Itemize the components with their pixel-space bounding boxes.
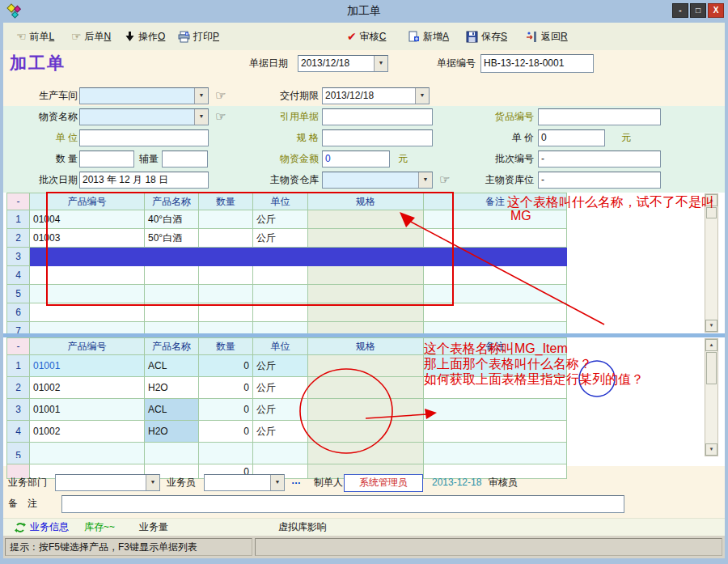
main-warehouse-combobox[interactable]: ▼	[322, 172, 433, 189]
table2-scrollbar[interactable]: ▲ ▼	[705, 338, 718, 456]
scroll-up-icon[interactable]: ▲	[705, 339, 717, 351]
material-name-combobox[interactable]: ▼	[79, 108, 209, 125]
print-button[interactable]: 打印P	[178, 28, 219, 45]
prev-doc-button[interactable]: ☜ 前单L	[16, 28, 54, 45]
cell-unit[interactable]: 公斤	[253, 229, 308, 248]
unit-price-input[interactable]: 0	[538, 129, 605, 146]
cell-spec[interactable]	[308, 355, 424, 377]
spec-input[interactable]	[322, 129, 433, 146]
cell-note[interactable]	[424, 399, 567, 421]
row-number[interactable]: 2	[7, 229, 30, 248]
cell-qty[interactable]	[199, 210, 253, 229]
material-lookup-finger-icon[interactable]: ☞	[215, 109, 226, 124]
scrollbar-thumb[interactable]	[706, 352, 717, 384]
cell-unit[interactable]: 公斤	[253, 210, 308, 229]
cell-product-name[interactable]: 50°白酒	[145, 229, 199, 248]
minimize-button[interactable]: -	[672, 3, 688, 18]
return-button[interactable]: 返回R	[526, 28, 568, 45]
new-button[interactable]: 新增A	[408, 28, 449, 45]
doc-no-input[interactable]: HB-13-12-18-0001	[480, 54, 594, 73]
cell-qty[interactable]: 0	[199, 377, 253, 399]
clerk-combobox[interactable]: ▼	[204, 474, 285, 491]
chevron-down-icon[interactable]: ▼	[270, 475, 284, 490]
cell-product-code[interactable]: 01004	[30, 210, 145, 229]
row-number[interactable]: 6	[7, 303, 30, 322]
chevron-down-icon[interactable]: ▼	[194, 88, 208, 104]
row-number[interactable]: 3	[7, 248, 30, 266]
cell-product-code[interactable]: 01001	[30, 355, 145, 377]
audit-button[interactable]: ✔ 审核C	[347, 28, 386, 45]
cell-note[interactable]	[424, 210, 567, 229]
note-input[interactable]	[61, 495, 624, 513]
maximize-button[interactable]: □	[690, 3, 706, 18]
cell-product-name[interactable]: ACL	[145, 355, 199, 377]
table-header-row: - 产品编号 产品名称 数量 单位 规格 备注	[7, 193, 567, 210]
row-number[interactable]: 5	[7, 285, 30, 303]
cell-spec[interactable]	[308, 229, 424, 248]
return-icon	[526, 31, 538, 43]
aux-qty-input[interactable]	[162, 151, 208, 168]
workshop-lookup-finger-icon[interactable]: ☞	[215, 88, 226, 103]
cell-qty[interactable]: 0	[199, 399, 253, 421]
cell-unit[interactable]: 公斤	[253, 399, 308, 421]
cell-product-code[interactable]: 01001	[30, 399, 145, 421]
cell-note[interactable]	[424, 229, 567, 248]
cell-qty[interactable]: 0	[199, 421, 253, 443]
row-number[interactable]: 4	[7, 266, 30, 285]
cell-unit[interactable]: 公斤	[253, 355, 308, 377]
goods-no-input[interactable]	[538, 108, 661, 125]
cell-note[interactable]	[424, 355, 567, 377]
deliver-date-combobox[interactable]: 2013/12/18 ▼	[322, 87, 430, 104]
cell-product-name[interactable]: 40°白酒	[145, 210, 199, 229]
batch-no-input[interactable]: -	[538, 151, 661, 168]
table1-scrollbar[interactable]: ▲ ▼	[705, 193, 718, 333]
unit-input[interactable]	[79, 129, 209, 146]
row-number[interactable]: 3	[7, 399, 30, 421]
infobar-item-business-info[interactable]: 业务信息	[30, 519, 78, 536]
ref-doc-input[interactable]	[322, 108, 433, 125]
cell-qty[interactable]: 0	[199, 355, 253, 377]
workshop-combobox[interactable]: ▼	[79, 87, 209, 104]
row-number[interactable]: 1	[7, 210, 30, 229]
main-location-input[interactable]: -	[538, 172, 661, 189]
cell-spec[interactable]	[308, 421, 424, 443]
batch-date-input[interactable]: 2013 年 12 月 18 日	[79, 172, 209, 189]
row-number[interactable]: 4	[7, 421, 30, 443]
browse-dots-button[interactable]: …	[291, 473, 306, 490]
next-doc-button[interactable]: ☞ 后单N	[71, 28, 111, 45]
cell-qty[interactable]	[199, 229, 253, 248]
chevron-down-icon[interactable]: ▼	[374, 56, 387, 71]
amount-input[interactable]: 0	[322, 151, 390, 168]
row-number[interactable]: 2	[7, 377, 30, 399]
row-number[interactable]: 1	[7, 355, 30, 377]
cell-spec[interactable]	[308, 399, 424, 421]
cell-note[interactable]	[424, 421, 567, 443]
doc-date-combobox[interactable]: 2013/12/18 ▼	[298, 55, 388, 72]
column-header: 备注	[424, 193, 567, 210]
scroll-down-icon[interactable]: ▼	[705, 443, 717, 456]
cell-note[interactable]	[424, 377, 567, 399]
chevron-down-icon[interactable]: ▼	[194, 109, 208, 125]
save-button[interactable]: 保存S	[466, 28, 507, 45]
chevron-down-icon[interactable]: ▼	[418, 172, 432, 188]
chevron-down-icon[interactable]: ▼	[146, 475, 159, 490]
cell-spec[interactable]	[308, 210, 424, 229]
operate-button[interactable]: 操作O	[125, 28, 165, 45]
cell-unit[interactable]: 公斤	[253, 421, 308, 443]
refresh-icon[interactable]	[15, 522, 26, 533]
scroll-down-icon[interactable]: ▼	[705, 320, 717, 332]
cell-unit[interactable]: 公斤	[253, 377, 308, 399]
qty-input[interactable]	[79, 151, 134, 168]
scrollbar-thumb[interactable]	[706, 207, 717, 218]
cell-product-name[interactable]: H2O	[145, 377, 199, 399]
chevron-down-icon[interactable]: ▼	[415, 88, 429, 104]
close-button[interactable]: X	[708, 3, 724, 18]
cell-product-name[interactable]: H2O	[145, 421, 199, 443]
cell-product-code[interactable]: 01002	[30, 421, 145, 443]
scroll-up-icon[interactable]: ▲	[705, 194, 717, 206]
cell-product-name[interactable]: ACL	[145, 399, 199, 421]
cell-spec[interactable]	[308, 377, 424, 399]
cell-product-code[interactable]: 01002	[30, 377, 145, 399]
cell-product-code[interactable]: 01003	[30, 229, 145, 248]
dept-combobox[interactable]: ▼	[55, 474, 160, 491]
